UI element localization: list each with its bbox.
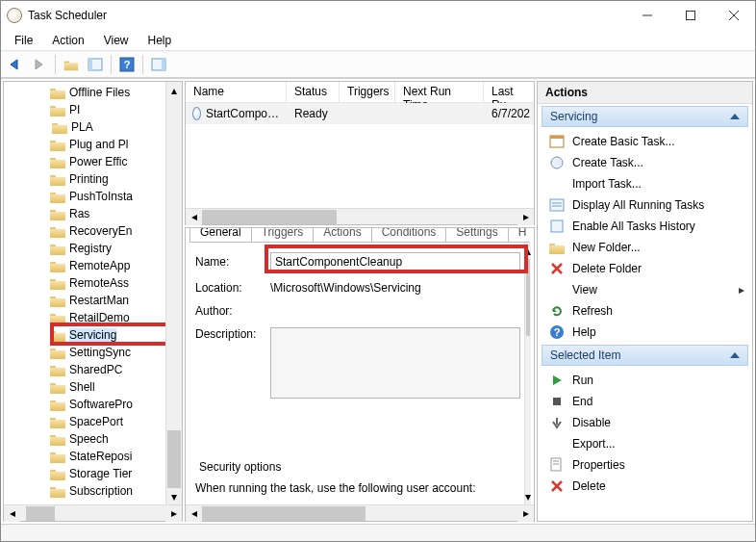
tree-item[interactable]: SoftwarePro [50,396,182,413]
action-item[interactable]: View▸ [540,279,750,300]
folder-tree[interactable]: Offline FilesPI▷PLAPlug and PlPower Effi… [4,82,182,502]
tree-label: StateReposi [69,450,132,463]
tree-item[interactable]: PushToInsta [50,188,182,205]
tree-label: PI [69,103,80,116]
tab-general[interactable]: General [189,228,252,242]
tree-item[interactable]: Storage Tier [50,465,182,482]
actions-section-header[interactable]: Servicing [542,106,748,127]
task-list-header[interactable]: Name Status Triggers Next Run Time Last … [186,82,534,103]
tab-settings[interactable]: Settings [445,228,508,242]
tree-item[interactable]: Speech [50,430,182,448]
title-bar[interactable]: Task Scheduler [1,1,755,30]
horizontal-scrollbar[interactable]: ◂▸ [186,504,534,521]
tab-conditions[interactable]: Conditions [371,228,447,242]
folder-icon [50,433,65,446]
tab-actions[interactable]: Actions [313,228,371,242]
action-item[interactable]: New Folder... [540,237,750,258]
forward-button[interactable] [29,54,50,75]
menu-file[interactable]: File [5,32,42,49]
tree-item[interactable]: RecoveryEn [50,222,182,240]
action-item[interactable]: ?Help [540,322,750,343]
action-label: Help [572,325,596,339]
show-hide-console-button[interactable] [85,54,106,75]
col-name[interactable]: Name [186,82,287,102]
vertical-scrollbar[interactable]: ▴▾ [165,82,182,504]
tree-item[interactable]: Ras [50,205,182,222]
tree-item[interactable]: Offline Files [50,84,182,101]
tree-item[interactable]: RestartMan [50,292,182,309]
action-item[interactable]: Delete [540,476,750,497]
menu-help[interactable]: Help [139,32,182,49]
folder-icon [50,191,65,203]
tree-item[interactable]: RemoteApp [50,257,182,274]
tree-item[interactable]: RetailDemo [50,309,182,326]
tree-item[interactable]: PI [50,101,182,118]
col-last[interactable]: Last Ru [484,82,534,102]
tree-item[interactable]: ▷PLA [50,118,182,136]
menu-action[interactable]: Action [42,32,93,49]
task-row[interactable]: StartCompo… Ready 6/7/202 [186,103,534,124]
horizontal-scrollbar[interactable]: ◂▸ [186,208,534,224]
folder-icon [50,139,65,151]
minimize-button[interactable] [625,2,668,29]
actions-section-header[interactable]: Selected Item [542,345,748,366]
tree-item[interactable]: Shell [50,378,182,396]
close-button[interactable] [712,2,755,29]
action-item[interactable]: Properties [540,454,750,476]
desc-label: Description: [195,327,270,341]
action-item[interactable]: End [540,391,750,412]
show-hide-action-button[interactable] [148,54,169,75]
tree-item[interactable]: SharedPC [50,361,182,378]
col-status[interactable]: Status [287,82,340,102]
task-name-field[interactable] [270,252,520,271]
tab-history[interactable]: H [508,228,534,242]
action-item[interactable]: Display All Running Tasks [540,194,750,216]
action-label: Delete Folder [572,262,642,275]
folder-icon [50,87,65,99]
action-item[interactable]: Disable [540,412,750,433]
tree-label: Registry [69,242,112,255]
help-toolbar-button[interactable]: ? [116,54,138,75]
col-next[interactable]: Next Run Time [395,82,484,102]
tree-item[interactable]: RemoteAss [50,274,182,292]
clock-icon [191,106,202,121]
tab-bar: General Triggers Actions Conditions Sett… [186,228,534,242]
action-label: End [572,395,592,408]
folder-icon [50,156,65,168]
action-item[interactable]: Run [540,370,750,391]
tree-item[interactable]: StateReposi [50,448,182,465]
action-label: Display All Running Tasks [572,198,704,212]
tree-item[interactable]: Printing [50,170,182,188]
tree-item[interactable]: Servicing [50,326,182,344]
tree-item[interactable]: Registry [50,240,182,257]
tab-triggers[interactable]: Triggers [251,228,315,242]
action-item[interactable]: Delete Folder [540,258,750,279]
menu-view[interactable]: View [94,32,139,49]
action-item[interactable]: Create Basic Task... [540,131,750,152]
folder-icon [50,277,65,290]
tree-label: PushToInsta [69,190,133,203]
tree-item[interactable]: Subscription [50,482,182,500]
action-item[interactable]: Create Task... [540,152,750,173]
folder-icon [50,243,65,255]
action-item[interactable]: Import Task... [540,173,750,194]
vertical-scrollbar[interactable]: ▴▾ [524,243,531,504]
tree-item[interactable]: SpacePort [50,413,182,430]
description-field[interactable] [270,327,520,399]
tree-item[interactable]: Power Effic [50,153,182,170]
back-button[interactable] [5,54,26,75]
help-icon: ? [549,324,565,340]
horizontal-scrollbar[interactable]: ◂▸ [4,504,182,521]
action-item[interactable]: Enable All Tasks History [540,216,750,237]
tree-item[interactable]: Plug and Pl [50,136,182,153]
tree-item[interactable]: SettingSync [50,344,182,361]
up-button[interactable] [61,54,82,75]
calendar-icon [549,134,565,149]
actions-panel: Actions ServicingCreate Basic Task...Cre… [537,81,753,522]
action-item[interactable]: Refresh [540,300,750,322]
folder-icon [50,173,65,186]
col-triggers[interactable]: Triggers [340,82,395,102]
svg-rect-16 [553,398,561,405]
maximize-button[interactable] [668,2,712,29]
action-item[interactable]: Export... [540,433,750,454]
